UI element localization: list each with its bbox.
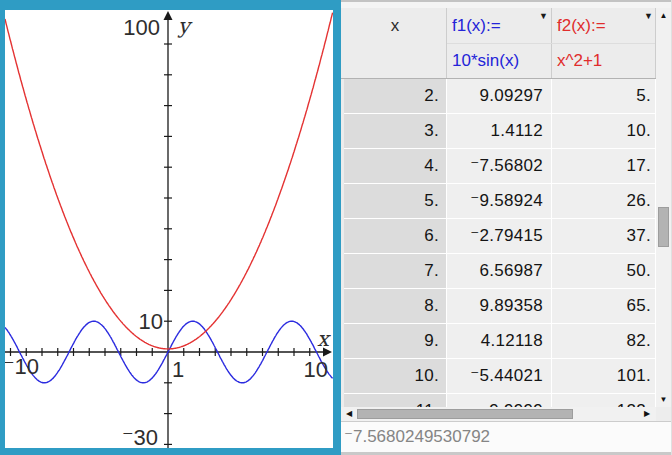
cell-x[interactable]: 9. — [344, 324, 446, 358]
x-axis-tick-label-neg10: ⁻10 — [5, 356, 39, 378]
x-axis-tick-label-10: 10 — [302, 359, 328, 381]
table-row: 9. 4.12118 82. — [344, 324, 656, 358]
table-row: 3. 1.4112 10. — [344, 114, 656, 148]
table-row: 7. 6.56987 50. — [344, 254, 656, 288]
cell-f2[interactable]: 82. — [552, 324, 655, 358]
header-row-divider — [447, 43, 655, 44]
table-row-partial: 11. ⁻9.9999 122. — [344, 394, 656, 407]
cell-f1[interactable]: ⁻5.44021 — [447, 359, 551, 393]
f2-formula-cell[interactable]: x^2+1 — [552, 43, 655, 78]
y-axis-tick-label-100: 100 — [105, 17, 160, 39]
cell-f1[interactable]: 9.09297 — [447, 79, 551, 113]
y-axis-tick-label-neg30: ⁻30 — [115, 427, 158, 448]
cell-f1[interactable]: ⁻7.56802 — [447, 149, 551, 183]
scroll-right-button[interactable]: ▶ — [640, 407, 654, 421]
table-body: 2. 9.09297 5. 3. 1.4112 10. 4. ⁻7.56802 … — [344, 79, 656, 407]
cell-f2[interactable]: 37. — [552, 219, 655, 253]
cell-f1[interactable]: ⁻2.79415 — [447, 219, 551, 253]
f2-dropdown-icon[interactable]: ▼ — [644, 12, 653, 21]
f1-dropdown-icon[interactable]: ▼ — [539, 12, 548, 21]
cell-f2[interactable]: 17. — [552, 149, 655, 183]
table-row: 10. ⁻5.44021 101. — [344, 359, 656, 393]
horizontal-scrollbar[interactable]: ◀ ▶ — [341, 407, 656, 421]
cell-f1[interactable]: 4.12118 — [447, 324, 551, 358]
cell-f2[interactable]: 26. — [552, 184, 655, 218]
cell-f2[interactable]: 101. — [552, 359, 655, 393]
y-axis-label: y — [178, 16, 190, 37]
y-axis-tick-label-10: 10 — [120, 311, 163, 333]
cell-x[interactable]: 8. — [344, 289, 446, 323]
cell-f1[interactable]: 6.56987 — [447, 254, 551, 288]
tinspire-split-screen: 100 y 10 1 10 ⁻10 ⁻30 x x f1(x):= f2(x):… — [0, 0, 672, 455]
table-row: 2. 9.09297 5. — [344, 79, 656, 113]
function-graph-canvas[interactable] — [5, 10, 333, 448]
selected-cell-value: ⁻7.5680249530792 — [344, 422, 490, 451]
cell-x[interactable]: 2. — [344, 79, 446, 113]
cell-x[interactable]: 5. — [344, 184, 446, 218]
x-axis-tick-label-1: 1 — [172, 359, 184, 381]
cell-f2[interactable]: 122. — [552, 394, 655, 407]
cell-f1[interactable]: ⁻9.9999 — [447, 394, 551, 407]
f1-formula-cell[interactable]: 10*sin(x) — [447, 43, 551, 78]
cell-f2[interactable]: 5. — [552, 79, 655, 113]
scroll-down-button[interactable]: ▼ — [656, 392, 671, 406]
scrollbar-corner — [656, 407, 671, 421]
spreadsheet-pane[interactable]: x f1(x):= f2(x):= ▼ ▼ 10*sin(x) x^2+1 2.… — [341, 0, 672, 455]
cell-f2[interactable]: 10. — [552, 114, 655, 148]
cell-x[interactable]: 7. — [344, 254, 446, 288]
table-row: 6. ⁻2.79415 37. — [344, 219, 656, 253]
graph-pane[interactable]: 100 y 10 1 10 ⁻10 ⁻30 x — [0, 0, 341, 455]
cell-f2[interactable]: 50. — [552, 254, 655, 288]
scroll-left-button[interactable]: ◀ — [342, 407, 356, 421]
status-bar[interactable]: ⁻7.5680249530792 — [341, 421, 671, 452]
cell-x[interactable]: 11. — [344, 394, 446, 407]
graph-plot-area[interactable]: 100 y 10 1 10 ⁻10 ⁻30 x — [5, 10, 333, 448]
cell-f1[interactable]: ⁻9.58924 — [447, 184, 551, 218]
x-axis-label: x — [317, 329, 329, 350]
table-row: 8. 9.89358 65. — [344, 289, 656, 323]
vertical-scrollbar-thumb[interactable] — [658, 207, 669, 247]
cell-x[interactable]: 3. — [344, 114, 446, 148]
cell-f1[interactable]: 9.89358 — [447, 289, 551, 323]
cell-f1[interactable]: 1.4112 — [447, 114, 551, 148]
column-header-f2[interactable]: f2(x):= — [552, 8, 655, 43]
cell-x[interactable]: 6. — [344, 219, 446, 253]
cell-x[interactable]: 4. — [344, 149, 446, 183]
cell-f2[interactable]: 65. — [552, 289, 655, 323]
cell-x[interactable]: 10. — [344, 359, 446, 393]
scroll-up-button[interactable]: ▲ — [656, 8, 671, 22]
table-row: 5. ⁻9.58924 26. — [344, 184, 656, 218]
horizontal-scrollbar-thumb[interactable] — [357, 409, 573, 419]
column-header-x[interactable]: x — [344, 8, 446, 43]
vertical-scrollbar[interactable]: ▲ ▼ — [656, 8, 671, 407]
column-header-f1[interactable]: f1(x):= — [447, 8, 551, 43]
table-row: 4. ⁻7.56802 17. — [344, 149, 656, 183]
